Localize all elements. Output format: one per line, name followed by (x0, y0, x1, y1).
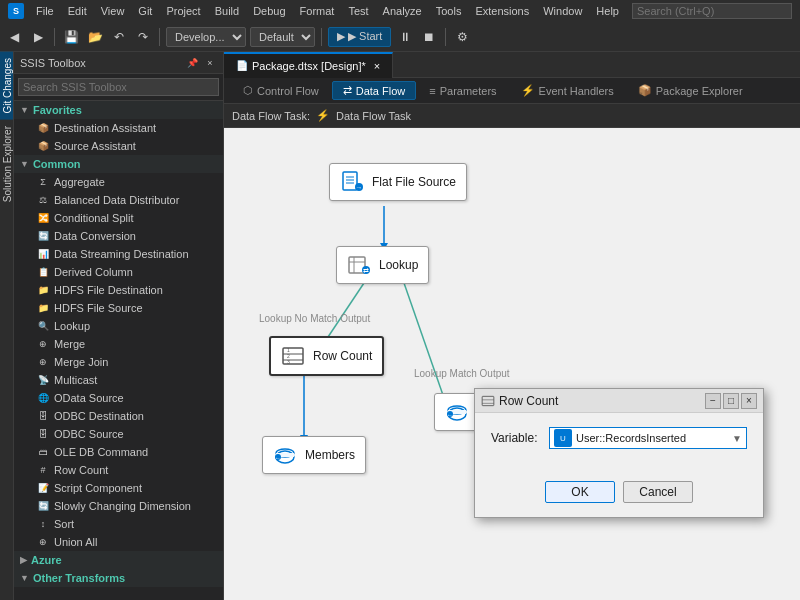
toolbox-close-btn[interactable]: × (203, 56, 217, 70)
undo-btn[interactable]: ↶ (109, 27, 129, 47)
git-changes-tab[interactable]: Git Changes (0, 52, 13, 120)
menu-debug[interactable]: Debug (247, 3, 291, 19)
tab-control-flow[interactable]: ⬡ Control Flow (232, 81, 330, 100)
item-derived-column[interactable]: 📋 Derived Column (14, 263, 223, 281)
tab-event-handlers[interactable]: ⚡ Event Handlers (510, 81, 625, 100)
menu-git[interactable]: Git (132, 3, 158, 19)
menu-project[interactable]: Project (160, 3, 206, 19)
item-conditional-split[interactable]: 🔀 Conditional Split (14, 209, 223, 227)
start-button[interactable]: ▶ ▶ Start (328, 27, 391, 47)
dialog-variable-dropdown[interactable]: U User::RecordsInserted ▼ (549, 427, 747, 449)
global-search[interactable] (632, 3, 792, 19)
menu-format[interactable]: Format (294, 3, 341, 19)
conditional-split-icon: 🔀 (36, 211, 50, 225)
item-odata-source[interactable]: 🌐 OData Source (14, 389, 223, 407)
toolbox-search-input[interactable] (18, 78, 219, 96)
design-canvas[interactable]: → Flat File Source ⇄ Lookup (224, 128, 800, 600)
item-hdfs-file-dest[interactable]: 📁 HDFS File Destination (14, 281, 223, 299)
dialog-title-icon (481, 394, 495, 408)
item-row-count[interactable]: # Row Count (14, 461, 223, 479)
node-flat-file-source[interactable]: → Flat File Source (329, 163, 467, 201)
odata-icon: 🌐 (36, 391, 50, 405)
common-arrow: ▼ (20, 159, 29, 169)
menu-extensions[interactable]: Extensions (469, 3, 535, 19)
left-side-tabs: Git Changes Solution Explorer (0, 52, 14, 600)
dialog-ok-button[interactable]: OK (545, 481, 615, 503)
derived-column-label: Derived Column (54, 266, 133, 278)
row-count-node-icon: 1 2 3 (281, 344, 305, 368)
menu-window[interactable]: Window (537, 3, 588, 19)
section-azure-header[interactable]: ▶ Azure (14, 551, 223, 569)
config-dropdown[interactable]: Default (250, 27, 315, 47)
item-data-conversion[interactable]: 🔄 Data Conversion (14, 227, 223, 245)
merge-join-icon: ⊕ (36, 355, 50, 369)
ssis-toolbox: SSIS Toolbox 📌 × ▼ Favorites 📦 Destinati… (14, 52, 224, 600)
forward-btn[interactable]: ▶ (28, 27, 48, 47)
item-aggregate[interactable]: Σ Aggregate (14, 173, 223, 191)
row-count-dialog[interactable]: Row Count − □ × Variable: (474, 388, 764, 518)
section-common-header[interactable]: ▼ Common (14, 155, 223, 173)
package-tab[interactable]: 📄 Package.dtsx [Design]* × (224, 52, 393, 78)
menu-edit[interactable]: Edit (62, 3, 93, 19)
section-common: ▼ Common Σ Aggregate ⚖ Balanced Data Dis… (14, 155, 223, 551)
tab-parameters[interactable]: ≡ Parameters (418, 82, 507, 100)
azure-arrow: ▶ (20, 555, 27, 565)
menu-help[interactable]: Help (590, 3, 625, 19)
item-merge-join[interactable]: ⊕ Merge Join (14, 353, 223, 371)
package-tab-close[interactable]: × (374, 60, 380, 72)
stop-btn[interactable]: ⏹ (419, 27, 439, 47)
item-sort[interactable]: ↕ Sort (14, 515, 223, 533)
section-other-header[interactable]: ▼ Other Transforms (14, 569, 223, 587)
node-row-count[interactable]: 1 2 3 Row Count (269, 336, 384, 376)
app-icon: S (8, 3, 24, 19)
merge-join-label: Merge Join (54, 356, 108, 368)
develop-dropdown[interactable]: Develop... (166, 27, 246, 47)
item-slowly-changing[interactable]: 🔄 Slowly Changing Dimension (14, 497, 223, 515)
dialog-cancel-button[interactable]: Cancel (623, 481, 693, 503)
user-icon-inner: U (560, 434, 566, 443)
menu-view[interactable]: View (95, 3, 131, 19)
item-odbc-source[interactable]: 🗄 ODBC Source (14, 425, 223, 443)
open-btn[interactable]: 📂 (85, 27, 105, 47)
item-balanced-data-distributor[interactable]: ⚖ Balanced Data Distributor (14, 191, 223, 209)
save-btn[interactable]: 💾 (61, 27, 81, 47)
tab-package-explorer[interactable]: 📦 Package Explorer (627, 81, 754, 100)
item-script-component[interactable]: 📝 Script Component (14, 479, 223, 497)
menu-analyze[interactable]: Analyze (377, 3, 428, 19)
section-other-transforms: ▼ Other Transforms (14, 569, 223, 587)
back-btn[interactable]: ◀ (4, 27, 24, 47)
settings-btn[interactable]: ⚙ (452, 27, 472, 47)
odbc-source-icon: 🗄 (36, 427, 50, 441)
item-data-streaming[interactable]: 📊 Data Streaming Destination (14, 245, 223, 263)
menu-test[interactable]: Test (342, 3, 374, 19)
item-ole-db-command[interactable]: 🗃 OLE DB Command (14, 443, 223, 461)
item-odbc-dest[interactable]: 🗄 ODBC Destination (14, 407, 223, 425)
dialog-maximize-btn[interactable]: □ (723, 393, 739, 409)
item-lookup[interactable]: 🔍 Lookup (14, 317, 223, 335)
debug-btn[interactable]: ⏸ (395, 27, 415, 47)
dialog-variable-label: Variable: (491, 431, 541, 445)
menu-file[interactable]: File (30, 3, 60, 19)
node-members[interactable]: ← Members (262, 436, 366, 474)
item-source-assistant[interactable]: 📦 Source Assistant (14, 137, 223, 155)
dialog-minimize-btn[interactable]: − (705, 393, 721, 409)
item-destination-assistant[interactable]: 📦 Destination Assistant (14, 119, 223, 137)
match-label: Lookup Match Output (414, 368, 510, 379)
item-union-all[interactable]: ⊕ Union All (14, 533, 223, 551)
dialog-variable-field: Variable: U User::RecordsInserted ▼ (491, 427, 747, 449)
section-favorites-header[interactable]: ▼ Favorites (14, 101, 223, 119)
tab-data-flow[interactable]: ⇄ Data Flow (332, 81, 417, 100)
multicast-label: Multicast (54, 374, 97, 386)
menu-tools[interactable]: Tools (430, 3, 468, 19)
solution-explorer-tab[interactable]: Solution Explorer (0, 120, 13, 208)
toolbox-pin-btn[interactable]: 📌 (185, 56, 199, 70)
redo-btn[interactable]: ↷ (133, 27, 153, 47)
lookup-node-label: Lookup (379, 258, 418, 272)
members-label: Members (305, 448, 355, 462)
item-merge[interactable]: ⊕ Merge (14, 335, 223, 353)
item-hdfs-file-source[interactable]: 📁 HDFS File Source (14, 299, 223, 317)
item-multicast[interactable]: 📡 Multicast (14, 371, 223, 389)
node-lookup[interactable]: ⇄ Lookup (336, 246, 429, 284)
menu-build[interactable]: Build (209, 3, 245, 19)
dialog-close-btn[interactable]: × (741, 393, 757, 409)
